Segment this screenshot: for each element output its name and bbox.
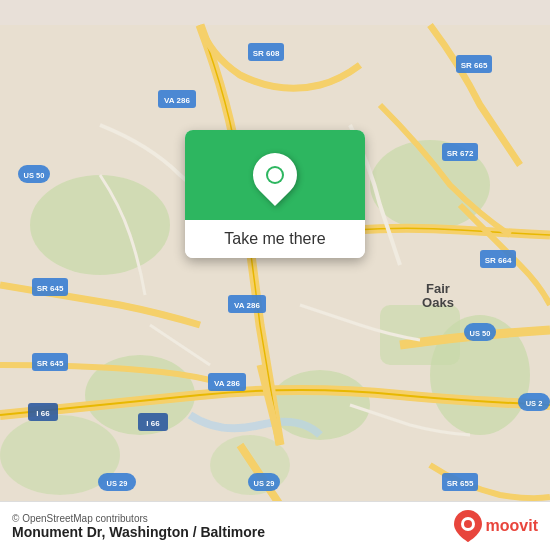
- location-pin-icon: [244, 144, 306, 206]
- location-label: Monument Dr, Washington / Baltimore: [12, 524, 265, 540]
- svg-text:I 66: I 66: [36, 409, 50, 418]
- moovit-brand-text: moovit: [486, 517, 538, 535]
- svg-text:US 29: US 29: [254, 479, 275, 488]
- svg-point-3: [270, 370, 370, 440]
- bottom-left-section: © OpenStreetMap contributors Monument Dr…: [12, 513, 265, 540]
- moovit-logo: moovit: [454, 510, 538, 542]
- attribution-text: © OpenStreetMap contributors: [12, 513, 265, 524]
- map-background: SR 608 VA 286 SR 665 SR 672 US 50 VA 286…: [0, 0, 550, 550]
- svg-point-46: [464, 520, 472, 528]
- svg-text:VA 286: VA 286: [234, 301, 260, 310]
- svg-text:US 50: US 50: [24, 171, 45, 180]
- svg-text:VA 286: VA 286: [214, 379, 240, 388]
- bottom-bar: © OpenStreetMap contributors Monument Dr…: [0, 501, 550, 550]
- svg-text:Oaks: Oaks: [422, 295, 454, 310]
- svg-text:SR 655: SR 655: [447, 479, 474, 488]
- card-header: [185, 130, 365, 220]
- navigation-card: Take me there: [185, 130, 365, 258]
- svg-text:SR 665: SR 665: [461, 61, 488, 70]
- svg-point-1: [30, 175, 170, 275]
- moovit-pin-icon: [454, 510, 482, 542]
- svg-text:US 2: US 2: [526, 399, 543, 408]
- take-me-there-button[interactable]: Take me there: [224, 230, 325, 247]
- svg-text:I 66: I 66: [146, 419, 160, 428]
- svg-text:SR 645: SR 645: [37, 284, 64, 293]
- svg-text:VA 286: VA 286: [164, 96, 190, 105]
- svg-text:SR 645: SR 645: [37, 359, 64, 368]
- svg-text:US 29: US 29: [107, 479, 128, 488]
- svg-text:Fair: Fair: [426, 281, 450, 296]
- pin-dot: [268, 168, 282, 182]
- svg-text:SR 672: SR 672: [447, 149, 474, 158]
- svg-text:SR 608: SR 608: [253, 49, 280, 58]
- map-container: SR 608 VA 286 SR 665 SR 672 US 50 VA 286…: [0, 0, 550, 550]
- svg-text:SR 664: SR 664: [485, 256, 512, 265]
- card-body[interactable]: Take me there: [185, 220, 365, 258]
- svg-text:US 50: US 50: [470, 329, 491, 338]
